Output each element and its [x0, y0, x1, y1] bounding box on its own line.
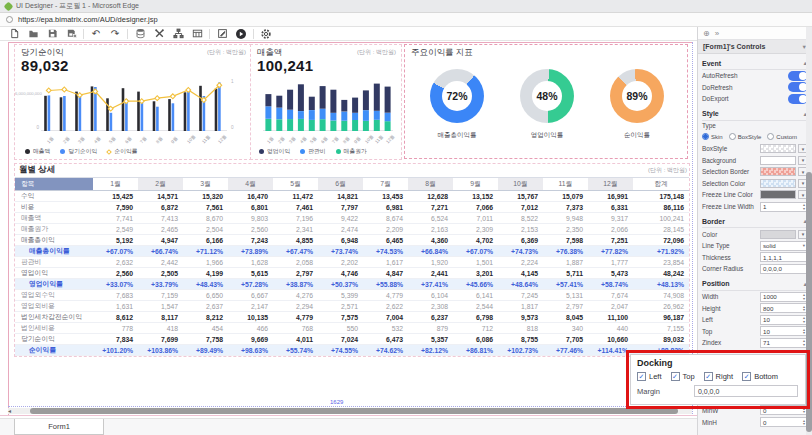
select-box[interactable]: solid▾: [760, 241, 808, 251]
cell-value: 2,632: [93, 257, 138, 268]
margin-input[interactable]: 0,0,0,0: [694, 385, 798, 397]
text-input[interactable]: 1,1,1,1: [760, 252, 808, 262]
widget-profit-ratio-donuts[interactable]: 주요이익률 지표 72%매출총이익률48%영업이익률89%순이익률: [404, 44, 688, 159]
grid-icon[interactable]: [189, 28, 205, 40]
cell-value: +33.79%: [138, 279, 183, 290]
cell-value: 2,224: [498, 257, 543, 268]
color-swatch[interactable]: [760, 179, 796, 188]
checkbox-right[interactable]: ✓Right: [704, 372, 734, 381]
field-row-autorefresh: AutoRefresh: [702, 70, 808, 82]
spinner-arrows[interactable]: ▴▾: [803, 328, 805, 335]
number-input[interactable]: 0▴▾: [760, 417, 808, 427]
radio-custom[interactable]: Custom: [767, 133, 797, 140]
x-tick-label: 8월: [342, 136, 351, 145]
cell-value: 7,413: [138, 213, 183, 224]
checkbox-top[interactable]: ✓Top: [671, 372, 695, 381]
section-header-style[interactable]: Style▲: [702, 108, 808, 121]
field-control: [788, 82, 808, 92]
horizontal-scroll-thumb[interactable]: [30, 408, 678, 414]
toggle-switch[interactable]: [788, 82, 808, 92]
settings-icon[interactable]: [258, 28, 274, 40]
chart-unit-label: (단위 : 백만원): [357, 48, 396, 57]
number-input[interactable]: 800▴▾: [760, 303, 808, 313]
redo-icon[interactable]: ↷: [107, 28, 123, 40]
number-input[interactable]: 1000▴▾: [760, 292, 808, 302]
section-header-position[interactable]: Position▲: [702, 278, 808, 291]
field-label: Type: [702, 122, 716, 129]
field-control: ▾: [760, 190, 808, 199]
dock-icon[interactable]: ⊕: [703, 29, 710, 38]
text-input[interactable]: 0,0,0,0: [760, 264, 808, 274]
design-canvas[interactable]: 당기순이익 (단위 : 백만원) 89,032 6,000,000,000 0 …: [0, 41, 697, 418]
chart-legend: 영업이익판관비매출원가: [259, 147, 367, 156]
save-icon[interactable]: [44, 28, 60, 40]
collapse-icon[interactable]: »: [715, 29, 719, 38]
run-icon[interactable]: [233, 28, 249, 40]
cell-value: +67.47%: [273, 246, 318, 257]
number-input[interactable]: 0▴▾: [760, 405, 808, 415]
spinner-arrows[interactable]: ▴▾: [803, 203, 805, 210]
vertical-scroll-thumb[interactable]: [806, 172, 812, 432]
url-text[interactable]: https://epa.bimatrix.com/AUD/designer.js…: [18, 15, 158, 24]
cell-value: 5,473: [588, 268, 633, 279]
color-swatch[interactable]: [760, 144, 796, 153]
cell-value: 7,373: [543, 202, 588, 213]
number-input[interactable]: 1▴▾: [760, 202, 808, 212]
spinner-arrows[interactable]: ▴▾: [803, 419, 805, 426]
section-header-event[interactable]: Event▲: [702, 57, 808, 70]
widget-net-income-chart[interactable]: 당기순이익 (단위 : 백만원) 89,032 6,000,000,000 0 …: [14, 44, 252, 160]
vertical-scrollbar[interactable]: [806, 27, 812, 435]
cell-value: +77.82%: [588, 246, 633, 257]
grid-unit-label: (단위 : 백만원): [648, 166, 687, 175]
radio-boxstyle[interactable]: BoxStyle: [729, 133, 762, 140]
checkbox-left[interactable]: ✓Left: [637, 372, 662, 381]
cell-value: 7,598: [543, 235, 588, 246]
color-swatch[interactable]: [760, 230, 796, 239]
spinner-arrows[interactable]: ▴▾: [803, 339, 805, 346]
app-window: UI Designer - 프로필 1 - Microsoft Edge htt…: [0, 0, 812, 435]
table-row: 매출총이익5,1924,9476,1667,2434,8556,9486,465…: [15, 235, 689, 246]
cell-value: 2,504: [183, 224, 228, 235]
cell-value: 2,209: [363, 224, 408, 235]
checkbox-bottom[interactable]: ✓Bottom: [742, 372, 778, 381]
cell-value: +55.74%: [273, 345, 318, 356]
cell-value: 8,670: [183, 213, 228, 224]
undo-icon[interactable]: ↶: [88, 28, 104, 40]
color-swatch[interactable]: [760, 190, 796, 199]
save-all-icon[interactable]: [63, 28, 79, 40]
color-swatch[interactable]: [760, 156, 796, 165]
chart-title: 주요이익률 지표: [411, 47, 473, 59]
cell-value: 48,242: [633, 268, 689, 279]
spinner-arrows[interactable]: ▴▾: [803, 305, 805, 312]
toolbar-separator: [127, 29, 128, 39]
section-header-border[interactable]: Border▲: [702, 215, 808, 228]
scroll-left-arrow[interactable]: ◂: [8, 408, 11, 414]
color-swatch[interactable]: [760, 167, 796, 176]
radio-skin[interactable]: Skin: [702, 133, 723, 140]
new-file-icon[interactable]: [6, 28, 22, 40]
browser-urlbar[interactable]: https://epa.bimatrix.com/AUD/designer.js…: [0, 13, 812, 27]
legend-label: 판관비: [308, 147, 325, 156]
cell-value: 6,237: [408, 312, 453, 323]
spinner-arrows[interactable]: ▴▾: [803, 293, 805, 300]
number-input[interactable]: 71▴▾: [760, 338, 808, 348]
widget-monthly-grid[interactable]: 월별 상세 (단위 : 백만원) 항목1월2월3월4월5월6월7월8월9월10월…: [14, 163, 690, 357]
toggle-switch[interactable]: [788, 94, 808, 104]
tools-icon[interactable]: [151, 28, 167, 40]
edit-icon[interactable]: [214, 28, 230, 40]
sitemap-icon[interactable]: [170, 28, 186, 40]
legend-item: 매출원가: [336, 147, 367, 156]
horizontal-scrollbar[interactable]: ◂: [8, 408, 692, 414]
widget-revenue-chart[interactable]: 매출액 (단위 : 백만원) 100,241 1월2월3월4월5월6월7월8월9…: [250, 44, 402, 160]
number-input[interactable]: 10▴▾: [760, 315, 808, 325]
spinner-arrows[interactable]: ▴▾: [803, 316, 805, 323]
database-icon[interactable]: [132, 28, 148, 40]
toggle-switch[interactable]: [788, 71, 808, 81]
panel-header[interactable]: [Form1]'s Controls ▼: [698, 40, 812, 54]
spinner-arrows[interactable]: ▴▾: [803, 407, 805, 414]
row-label: 순이익률: [15, 345, 93, 356]
tab-form1[interactable]: Form1: [14, 419, 104, 435]
number-input[interactable]: 10▴▾: [760, 326, 808, 336]
cell-value: 818: [498, 323, 543, 334]
open-folder-icon[interactable]: [25, 28, 41, 40]
